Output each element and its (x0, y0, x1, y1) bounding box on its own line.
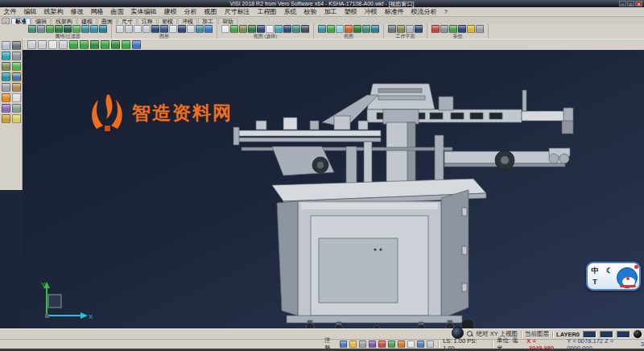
ribbon-tab[interactable]: 编辑 (31, 18, 51, 24)
layer-tool-icon[interactable] (12, 104, 21, 113)
swap-tool-icon[interactable] (2, 93, 10, 102)
ruler-icon[interactable] (359, 341, 366, 348)
blank-doc-icon[interactable] (12, 93, 21, 102)
filter-solid-icon[interactable] (64, 25, 72, 33)
menu-item-18[interactable]: 标准件 (381, 7, 407, 16)
menu-item-19[interactable]: 模流分析 (407, 7, 440, 16)
menu-item-15[interactable]: 加工 (320, 7, 341, 16)
blue-doc-icon[interactable] (12, 72, 21, 81)
select-mask-icon[interactable] (301, 25, 309, 33)
select-tool-icon[interactable] (2, 41, 10, 50)
select-window-icon[interactable] (221, 25, 229, 33)
cut-tool-icon[interactable] (12, 41, 21, 50)
select-chain-icon[interactable] (230, 25, 238, 33)
wp-3point-icon[interactable] (406, 25, 414, 33)
wp-view-icon[interactable] (415, 25, 423, 33)
view-front-icon[interactable] (327, 25, 335, 33)
maximize-button[interactable]: □ (627, 1, 634, 6)
ribbon-tab[interactable]: 冲模 (178, 18, 197, 24)
select-prev-icon[interactable] (283, 25, 291, 33)
plane-tool-icon[interactable] (2, 62, 10, 71)
ime-toolbar[interactable]: 中 ☾ T (586, 262, 641, 291)
pan-icon[interactable] (187, 25, 195, 33)
select-face-icon[interactable] (239, 25, 247, 33)
marker-icon[interactable] (378, 341, 386, 348)
menu-item-13[interactable]: 系统 (280, 7, 300, 16)
menu-item-17[interactable]: 冲模 (361, 7, 381, 16)
check-doc-icon[interactable] (12, 62, 21, 71)
hammer-tool-icon[interactable] (2, 83, 10, 92)
pencil-tool-icon[interactable] (12, 52, 21, 60)
print-icon[interactable] (59, 40, 68, 49)
line-attr-icon[interactable] (46, 25, 54, 33)
select-all-icon[interactable] (266, 25, 274, 33)
menu-item-16[interactable]: 塑模 (341, 7, 361, 16)
menu-item-9[interactable]: 分析 (180, 7, 200, 16)
open-file-icon[interactable] (38, 40, 47, 49)
ribbon-tab[interactable]: 线架构 (52, 18, 76, 24)
sphere-ghost-icon[interactable] (101, 40, 109, 49)
3d-viewport[interactable]: 智造资料网 Y X 中 ☾ T (23, 50, 644, 328)
cone-icon[interactable] (398, 341, 405, 348)
dynamic-view-icon[interactable] (204, 25, 213, 33)
grid-snap-icon[interactable] (427, 341, 434, 348)
arrow-tool-icon[interactable] (2, 72, 10, 81)
text-style-icon[interactable] (369, 341, 376, 348)
select-solid-icon[interactable] (248, 25, 256, 33)
menu-item-5[interactable]: 网格 (87, 7, 107, 16)
ribbon-tab[interactable]: 帮助 (218, 18, 237, 24)
section-icon[interactable] (160, 25, 168, 33)
bulb-tool-icon[interactable] (12, 114, 21, 123)
zoom-all-icon[interactable] (169, 25, 177, 33)
sheet-icon[interactable] (407, 341, 415, 348)
menu-item-1[interactable]: 文件 (0, 7, 20, 16)
new-file-icon[interactable] (27, 40, 36, 49)
wireframe-view-icon[interactable] (134, 25, 142, 33)
menu-item-10[interactable]: 视图 (200, 7, 221, 16)
view-rotate-icon[interactable] (362, 25, 370, 33)
sphere-wire-icon[interactable] (80, 40, 89, 49)
wp-standard-icon[interactable] (388, 25, 396, 33)
menu-item-20[interactable]: ? (440, 7, 451, 16)
view-iso-icon[interactable] (345, 25, 353, 33)
select-group-icon[interactable] (292, 25, 300, 33)
color-attr-icon[interactable] (37, 25, 45, 33)
menu-item-12[interactable]: 工程图 (254, 7, 280, 16)
view-side-icon[interactable] (336, 25, 344, 33)
sphere-shade-icon[interactable] (69, 40, 78, 49)
toolbar-overflow-button[interactable]: - (2, 18, 10, 24)
ghost-icon[interactable] (151, 25, 159, 33)
note-doc-icon[interactable] (340, 341, 347, 348)
brush-tool-icon[interactable] (12, 83, 21, 92)
redraw-icon[interactable] (116, 25, 124, 33)
ribbon-tab[interactable]: 标准 (11, 18, 31, 24)
view-top-icon[interactable] (318, 25, 326, 33)
settings-icon[interactable] (431, 25, 440, 33)
zoom-window-icon[interactable] (178, 25, 186, 33)
sphere-hidden-icon[interactable] (90, 40, 99, 49)
filter-surface-icon[interactable] (72, 25, 80, 33)
truck-icon[interactable] (388, 341, 395, 348)
menu-item-14[interactable]: 校验 (300, 7, 320, 16)
refresh-clock-icon[interactable] (417, 341, 424, 348)
ime-fullhalf-moon-icon[interactable]: ☾ (602, 265, 617, 276)
sphere-mixed-icon[interactable] (111, 40, 120, 49)
ribbon-tab[interactable]: 尺寸 (118, 18, 137, 24)
save-file-icon[interactable] (48, 40, 57, 49)
hidden-line-icon[interactable] (142, 25, 151, 33)
filter-all-icon[interactable] (99, 25, 107, 33)
database-icon[interactable] (458, 25, 466, 33)
ribbon-tab[interactable]: 建模 (77, 18, 97, 24)
close-button[interactable]: ✕ (635, 1, 642, 6)
star-snap-icon[interactable] (349, 341, 357, 348)
ribbon-tab[interactable]: 加工 (198, 18, 217, 24)
info-icon[interactable] (476, 25, 484, 33)
layer-attr-icon[interactable] (28, 25, 36, 33)
grid-tool-icon[interactable] (2, 114, 10, 123)
shade-icon[interactable] (125, 25, 133, 33)
select-invert-icon[interactable] (275, 25, 283, 33)
globe-icon[interactable] (132, 40, 141, 49)
ribbon-tab[interactable]: 注释 (138, 18, 157, 24)
view-custom-icon[interactable] (371, 25, 379, 33)
grid-settings-icon[interactable] (440, 25, 448, 33)
